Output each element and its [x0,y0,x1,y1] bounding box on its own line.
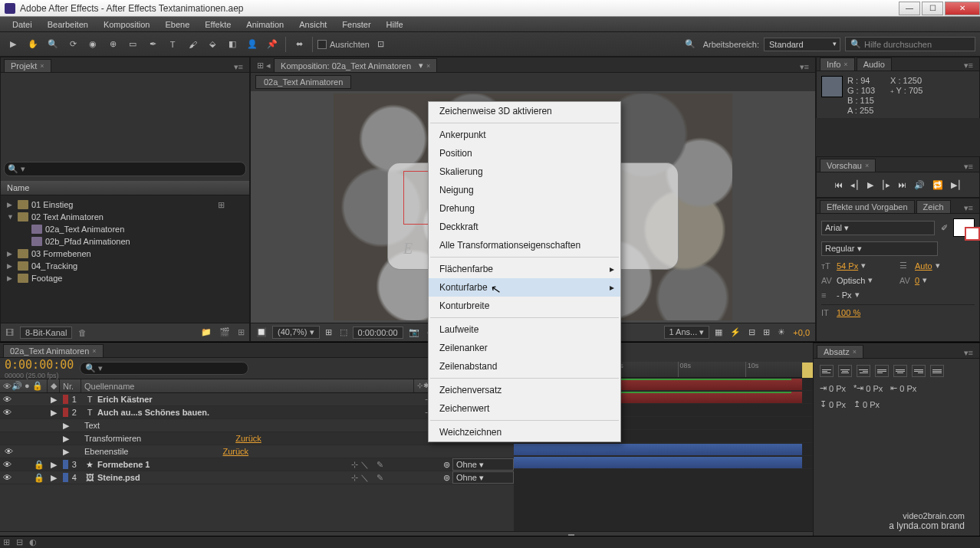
menu-item[interactable]: Laufweite [429,320,620,339]
help-search-input[interactable]: 🔍 Hilfe durchsuchen [845,37,975,51]
timeline-layer-row[interactable]: 👁🔒 ▶ 3 ★Formebene 1 ⊹ ＼ ✎⊚Ohne ▾ [0,458,514,471]
roto-tool-icon[interactable]: 👤 [244,36,261,53]
zoom-tool-icon[interactable]: 🔍 [44,36,61,53]
col-name-header[interactable]: Quellenname [81,379,414,392]
rotate-tool-icon[interactable]: ⟳ [64,36,81,53]
close-icon[interactable]: × [426,62,430,70]
menu-item[interactable]: Zeichenwert [429,399,620,418]
minimize-button[interactable]: — [899,2,920,15]
menu-ebene[interactable]: Ebene [157,18,197,31]
workspace-dropdown[interactable]: Standard [764,38,840,51]
info-tab[interactable]: Info× [820,57,855,71]
next-frame-icon[interactable]: ⎮▸ [881,180,890,190]
preview-tab[interactable]: Vorschau× [820,159,876,172]
timeline-search-input[interactable]: 🔍 ▾ [80,362,248,375]
eraser-tool-icon[interactable]: ◧ [224,36,241,53]
menu-item[interactable]: Skalierung [429,162,620,181]
col-number-header[interactable]: Nr. [60,379,81,392]
last-frame-icon[interactable]: ⏭ [898,180,906,189]
menu-item[interactable]: Zeichenversatz [429,381,620,399]
menu-item[interactable]: Ankerpunkt [429,126,620,144]
comp-navigator-icon[interactable]: ⊞ ◂ [254,59,274,72]
panel-menu-icon[interactable]: ▾≡ [961,203,976,213]
project-item[interactable]: ▶04_Tracking [4,260,246,272]
eyedropper-icon[interactable]: ✐ [938,223,950,233]
menu-item[interactable]: Flächenfarbe [429,260,620,278]
timeline-tab[interactable]: 02a_Text Animatoren× [3,344,104,357]
rect-tool-icon[interactable]: ▭ [124,36,141,53]
project-item[interactable]: ▼02 Text Animatoren [4,211,246,223]
first-frame-icon[interactable]: ⏮ [834,180,843,189]
layer-bar-4[interactable] [514,457,802,468]
menu-fenster[interactable]: Fenster [334,18,378,31]
project-flow-icon[interactable]: ⊞ [236,327,246,337]
text-tool-icon[interactable]: T [164,36,181,53]
audio-tab[interactable]: Audio [857,57,892,71]
selection-tool-icon[interactable]: ▶ [5,36,21,53]
close-icon[interactable]: × [40,62,44,70]
menu-komposition[interactable]: Komposition [96,18,158,31]
effects-presets-tab[interactable]: Effekte und Vorgaben [820,200,915,213]
menu-item[interactable]: Position [429,144,620,162]
folder-icon[interactable]: 📁 [199,327,213,337]
indent-right[interactable]: ⇤ 0 Px [890,383,916,393]
reset-exposure-icon[interactable]: ☀ [775,327,788,337]
status-icon[interactable]: ⊞ [0,537,13,547]
menu-hilfe[interactable]: Hilfe [379,18,411,31]
stamp-tool-icon[interactable]: ⬙ [204,36,221,53]
pixel-aspect-icon[interactable]: ▦ [712,327,725,337]
pen-tool-icon[interactable]: ✒ [144,36,161,53]
menu-item[interactable]: Neigung [429,181,620,199]
menu-bearbeiten[interactable]: Bearbeiten [40,18,96,31]
panel-menu-icon[interactable]: ▾≡ [797,62,812,72]
character-tab[interactable]: Zeich [916,200,951,213]
justify-last-left-icon[interactable] [875,365,889,377]
stroke-width-value[interactable]: - Px [837,290,852,300]
fill-color-chip[interactable] [953,218,975,237]
status-icon[interactable]: ◐ [26,537,40,547]
project-search-input[interactable]: 🔍 ▾ [4,162,246,176]
current-timecode[interactable]: 0:00:00:00 [5,358,74,372]
project-name-header[interactable]: Name [1,181,249,195]
menu-ansicht[interactable]: Ansicht [291,18,334,31]
panel-menu-icon[interactable]: ▾≡ [961,61,976,71]
leading-value[interactable]: Auto [915,261,932,271]
comp-subtab[interactable]: 02a_Text Animatoren [255,75,351,89]
menu-item[interactable]: Deckkraft [429,218,620,236]
animator-context-menu[interactable]: Zeichenweise 3D aktivierenAnkerpunktPosi… [428,101,621,442]
space-before[interactable]: ↧ 0 Px [820,399,846,409]
align-right-icon[interactable] [857,365,870,377]
menu-item[interactable]: Zeilenabstand [429,357,620,376]
menu-item[interactable]: Zeilenanker [429,339,620,357]
timeline-layer-row[interactable]: 👁🔒 ▶ 4 🖼Steine.psd ⊹ ＼ ✎⊚Ohne ▾ [0,471,514,484]
menu-item[interactable]: Weichzeichnen [429,423,620,441]
camera-tool-icon[interactable]: ◉ [84,36,101,53]
new-comp-icon[interactable]: 🎬 [218,327,232,337]
menu-item[interactable]: Konturbreite [429,297,620,315]
layer-bar-3[interactable] [514,444,802,455]
panel-menu-icon[interactable]: ▾≡ [961,348,976,358]
stroke-color-chip[interactable] [965,227,980,241]
project-item[interactable]: 02b_Pfad Animationen [4,235,246,248]
menu-animation[interactable]: Animation [238,18,291,31]
ram-preview-icon[interactable]: ▶⎮ [951,180,962,190]
fast-preview-icon[interactable]: ⚡ [728,327,743,337]
project-tab[interactable]: Projekt× [4,59,51,72]
snap-options-icon[interactable]: ⊡ [373,36,390,53]
magnify-icon[interactable]: 🔲 [254,327,269,337]
composition-tab[interactable]: Komposition: 02a_Text Animatoren▾× [274,58,437,72]
views-dropdown[interactable]: 1 Ans... ▾ [664,326,710,339]
justify-last-right-icon[interactable] [912,365,926,377]
tracking-value[interactable]: 0 [915,276,919,285]
mute-icon[interactable]: 🔊 [914,180,925,190]
font-family-dropdown[interactable]: Arial ▾ [821,221,935,235]
bit-depth-button[interactable]: 8-Bit-Kanal [20,327,72,339]
maximize-button[interactable]: ☐ [922,2,943,15]
brush-tool-icon[interactable]: 🖌 [184,36,201,53]
zoom-dropdown[interactable]: (40,7%) ▾ [272,326,320,339]
status-icon[interactable]: ⊟ [13,537,26,547]
flowchart-icon[interactable]: ⊞ [761,327,772,337]
menu-datei[interactable]: Datei [5,18,40,31]
kerning-value[interactable]: Optisch [837,276,865,285]
panel-menu-icon[interactable]: ▾≡ [231,62,246,72]
